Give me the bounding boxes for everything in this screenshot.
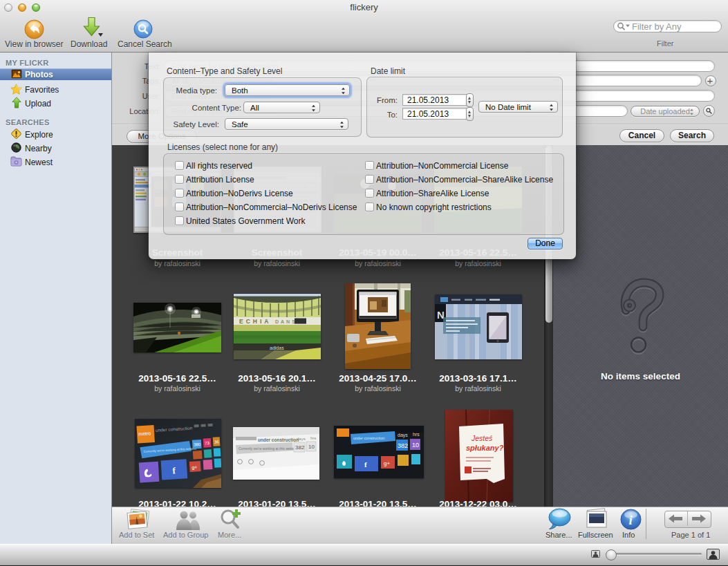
svg-text:Currently we're working at thi: Currently we're working at this website <box>239 446 297 451</box>
svg-text:380: 380 <box>194 442 201 447</box>
svg-text:i: i <box>629 513 633 527</box>
svg-text:metro: metro <box>138 431 151 436</box>
svg-text:10: 10 <box>412 442 419 449</box>
svg-text:f: f <box>364 460 367 469</box>
svg-text:g+: g+ <box>384 460 390 466</box>
svg-text:spłukany?: spłukany? <box>466 444 504 452</box>
svg-text:Jesteś: Jesteś <box>471 434 493 442</box>
svg-text:10: 10 <box>308 444 315 450</box>
svg-text:hrs: hrs <box>310 436 316 440</box>
svg-text:73: 73 <box>205 441 210 445</box>
svg-text:36: 36 <box>214 440 220 444</box>
svg-text:ECHIA: ECHIA <box>239 318 271 325</box>
svg-text:382: 382 <box>398 442 408 449</box>
svg-text:under construction: under construction <box>353 436 384 440</box>
svg-text:adidas: adidas <box>270 346 284 350</box>
svg-text:under construction: under construction <box>258 437 299 442</box>
svg-text:hrs: hrs <box>413 432 420 437</box>
svg-text:382: 382 <box>295 444 305 451</box>
svg-text:days: days <box>398 433 408 438</box>
svg-text:days: days <box>297 437 306 441</box>
